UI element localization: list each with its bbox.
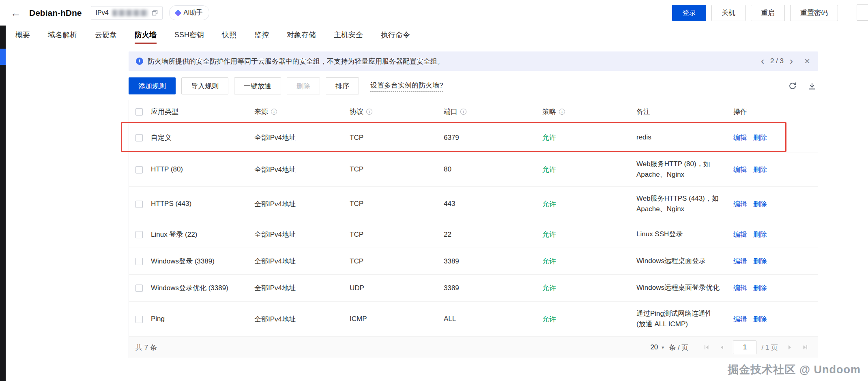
per-page-label: 条 / 页: [669, 343, 688, 352]
col-remark: 备注: [633, 107, 730, 116]
edit-link[interactable]: 编辑: [733, 134, 747, 141]
select-all-checkbox[interactable]: [135, 108, 143, 116]
import-rules-button[interactable]: 导入规则: [181, 77, 228, 94]
total-count: 共 7 条: [135, 343, 157, 352]
delete-link[interactable]: 删除: [753, 284, 767, 292]
edit-link[interactable]: 编辑: [733, 200, 747, 208]
tab-host-security[interactable]: 主机安全: [334, 26, 363, 44]
firewall-toolbar: 添加规则 导入规则 一键放通 删除 排序 设置多台实例的防火墙?: [129, 77, 818, 94]
info-icon[interactable]: [559, 109, 565, 115]
multi-instance-firewall-link[interactable]: 设置多台实例的防火墙?: [370, 81, 443, 92]
tab-monitoring[interactable]: 监控: [254, 26, 269, 44]
source-cell: 全部IPv4地址: [251, 133, 346, 142]
protocol-cell: TCP: [346, 134, 440, 142]
banner-text: 防火墙所提供的安全防护作用等同于云服务器中的安全组，不支持为轻量应用服务器配置安…: [148, 57, 444, 66]
row-checkbox[interactable]: [135, 201, 143, 208]
add-rule-button[interactable]: 添加规则: [129, 77, 176, 94]
login-button[interactable]: 登录: [672, 5, 706, 21]
top-header: ← Debian-hDne IPv4 AI助手 登录 关机 重启 重置密码 续费: [0, 0, 868, 26]
actions-cell: 编辑删除: [730, 283, 818, 293]
info-icon[interactable]: [366, 109, 372, 115]
row-checkbox[interactable]: [135, 285, 143, 292]
sort-button[interactable]: 排序: [326, 77, 359, 94]
protocol-cell: TCP: [346, 257, 440, 265]
delete-link[interactable]: 删除: [753, 257, 767, 265]
delete-link[interactable]: 删除: [753, 166, 767, 173]
first-page-icon[interactable]: [700, 340, 713, 354]
banner-next-icon[interactable]: ›: [790, 56, 793, 66]
edit-link[interactable]: 编辑: [733, 315, 747, 323]
col-actions: 操作: [730, 107, 818, 116]
delete-link[interactable]: 删除: [753, 200, 767, 208]
back-button[interactable]: ←: [11, 8, 21, 18]
edit-link[interactable]: 编辑: [733, 166, 747, 173]
tab-object-storage[interactable]: 对象存储: [287, 26, 316, 44]
protocol-cell: TCP: [346, 231, 440, 239]
delete-link[interactable]: 删除: [753, 315, 767, 323]
table-row: Windows登录 (3389) 全部IPv4地址 TCP 3389 允许 Wi…: [129, 248, 818, 275]
firewall-table: 应用类型 来源 协议 端口 策略 备注 操作 自定义 全部IPv4地址 TCP …: [129, 100, 818, 358]
delete-link[interactable]: 删除: [753, 134, 767, 141]
refresh-icon[interactable]: [788, 81, 797, 90]
row-checkbox[interactable]: [135, 231, 143, 238]
page-number-input[interactable]: [733, 340, 756, 354]
header-actions: 登录 关机 重启 重置密码: [672, 5, 838, 21]
actions-cell: 编辑删除: [730, 257, 818, 266]
tab-domain-resolution[interactable]: 域名解析: [48, 26, 77, 44]
info-icon[interactable]: [271, 109, 277, 115]
reset-password-button[interactable]: 重置密码: [790, 5, 838, 21]
delete-link[interactable]: 删除: [753, 231, 767, 238]
remark-cell: Windows远程桌面登录: [633, 256, 730, 266]
col-port: 端口: [440, 107, 539, 116]
tab-cloud-disk[interactable]: 云硬盘: [95, 26, 117, 44]
col-policy: 策略: [539, 107, 633, 116]
protocol-cell: TCP: [346, 200, 440, 208]
open-all-button[interactable]: 一键放通: [234, 77, 281, 94]
table-header: 应用类型 来源 协议 端口 策略 备注 操作: [129, 100, 818, 123]
app-type-cell: Windows登录 (3389): [148, 257, 251, 266]
edit-link[interactable]: 编辑: [733, 231, 747, 238]
ipv4-label: IPv4: [96, 9, 109, 17]
banner-close-icon[interactable]: ×: [804, 56, 810, 66]
table-row: HTTP (80) 全部IPv4地址 TCP 80 允许 Web服务HTTP (…: [129, 152, 818, 187]
app-type-cell: HTTPS (443): [148, 200, 251, 208]
main-content: 防火墙所提供的安全防护作用等同于云服务器中的安全组，不支持为轻量应用服务器配置安…: [129, 44, 818, 358]
source-cell: 全部IPv4地址: [251, 230, 346, 239]
copy-icon[interactable]: [152, 10, 158, 16]
policy-cell: 允许: [539, 283, 633, 293]
restart-button[interactable]: 重启: [751, 5, 785, 21]
col-source: 来源: [251, 107, 346, 116]
tab-ssh-key[interactable]: SSH密钥: [174, 26, 204, 44]
next-page-icon[interactable]: [783, 340, 797, 354]
edit-link[interactable]: 编辑: [733, 257, 747, 265]
protocol-cell: TCP: [346, 165, 440, 173]
tab-run-command[interactable]: 执行命令: [381, 26, 410, 44]
page-size-select[interactable]: 20 ▼: [650, 343, 665, 351]
remark-cell: Windows远程桌面登录优化: [633, 283, 730, 293]
banner-prev-icon[interactable]: ‹: [761, 56, 764, 66]
col-app-type: 应用类型: [148, 107, 251, 116]
edit-link[interactable]: 编辑: [733, 284, 747, 292]
renew-button[interactable]: 续费: [857, 4, 868, 21]
shutdown-button[interactable]: 关机: [711, 5, 746, 21]
row-checkbox[interactable]: [135, 134, 143, 141]
ai-assistant-button[interactable]: AI助手: [169, 5, 209, 20]
actions-cell: 编辑删除: [730, 230, 818, 239]
collapsed-sidebar-rail[interactable]: [0, 26, 6, 381]
row-checkbox[interactable]: [135, 316, 143, 323]
tab-overview[interactable]: 概要: [15, 26, 30, 44]
download-icon[interactable]: [808, 81, 816, 90]
remark-cell: Web服务HTTP (80)，如 Apache、Nginx: [633, 159, 730, 180]
remark-cell: Web服务HTTPS (443)，如 Apache、Nginx: [633, 193, 730, 215]
tab-snapshot[interactable]: 快照: [222, 26, 236, 44]
info-icon[interactable]: [460, 109, 466, 115]
policy-cell: 允许: [539, 230, 633, 239]
row-checkbox[interactable]: [135, 166, 143, 173]
prev-page-icon[interactable]: [715, 340, 729, 354]
col-protocol: 协议: [346, 107, 440, 116]
row-checkbox[interactable]: [135, 258, 143, 265]
last-page-icon[interactable]: [798, 340, 812, 354]
table-row: Linux 登录 (22) 全部IPv4地址 TCP 22 允许 Linux S…: [129, 221, 818, 248]
tab-firewall[interactable]: 防火墙: [135, 26, 157, 44]
port-cell: 443: [440, 200, 539, 208]
